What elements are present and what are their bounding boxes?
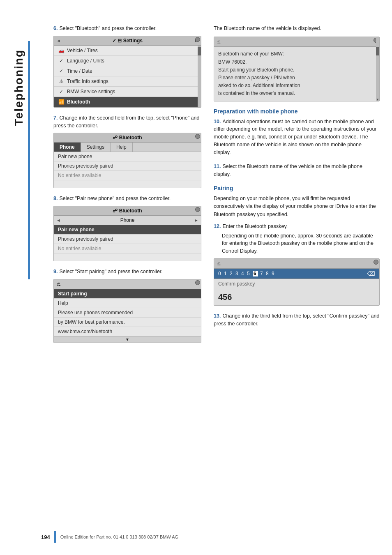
right-column: The Bluetooth name of the vehicle is dis… bbox=[214, 25, 380, 350]
pairing-intro: Depending on your mobile phone, you will… bbox=[214, 195, 380, 219]
spacer-2 bbox=[54, 253, 201, 261]
bmw-display-header: ⎌ bbox=[214, 37, 379, 47]
bmw-line-3: Start pairing your Bluetooth phone. bbox=[218, 66, 375, 74]
menu-item-traffic: ⚠ Traffic Info settings bbox=[54, 76, 201, 87]
step-6-num: 6. bbox=[53, 25, 58, 31]
corner-dot-4 bbox=[195, 280, 200, 285]
step-10-text: Additional operations must be carried ou… bbox=[214, 119, 377, 155]
scrollbar bbox=[198, 46, 201, 107]
step-8-num: 8. bbox=[53, 196, 58, 201]
tab-bar: Phone Settings Help bbox=[54, 143, 201, 152]
bmw-line-1: Bluetooth name of your BMW: bbox=[218, 50, 375, 58]
scroll-down: ▼ bbox=[54, 336, 201, 343]
start-pairing-header: ⎌ bbox=[54, 279, 201, 289]
corner-dot-2 bbox=[195, 134, 200, 139]
passkey-back-icon: ⎌ bbox=[217, 260, 221, 267]
tab-phone[interactable]: Phone bbox=[54, 143, 81, 152]
menu-item-language: ✓ Language / Units bbox=[54, 56, 201, 66]
bmw-back-icon: ⎌ bbox=[217, 39, 221, 45]
step-11-text: Select the Bluetooth name of the vehicle… bbox=[214, 164, 362, 177]
passkey-confirm-label: Confirm passkey bbox=[218, 281, 255, 287]
step-11: 11.Select the Bluetooth name of the vehi… bbox=[214, 163, 380, 178]
sidebar-label: Telephoning bbox=[12, 49, 25, 126]
step-12-text: Enter the Bluetooth passkey. bbox=[222, 223, 288, 229]
settings-menu-header: ◄ ✓ ⊟ Settings ► bbox=[54, 36, 201, 46]
start-pairing-box: ⎌ Start pairing Help Please use phones r… bbox=[53, 279, 201, 343]
step-6-text: Select "Bluetooth" and press the control… bbox=[59, 25, 157, 31]
step-10: 10.Additional operations must be carried… bbox=[214, 118, 380, 157]
step-7-num: 7. bbox=[53, 115, 58, 121]
passkey-value: 456 bbox=[214, 289, 379, 305]
passkey-box: ⎌ 0 1 2 3 4 5 6 7 8 9 ⌫ Confirm passkey … bbox=[214, 258, 380, 306]
step-9-num: 9. bbox=[53, 269, 58, 274]
step-11-num: 11. bbox=[214, 164, 221, 169]
step-12-num: 12. bbox=[214, 223, 221, 229]
bluetooth-menu-header: ☍ Bluetooth bbox=[54, 133, 201, 143]
settings-menu-box: ◄ ✓ ⊟ Settings ► 🚗 Vehicle / Tires ✓ Lan… bbox=[53, 36, 201, 108]
page-number: 194 bbox=[41, 534, 50, 540]
menu-item-vehicle: 🚗 Vehicle / Tires bbox=[54, 46, 201, 56]
menu-item-bmw-service: ✓ BMW Service settings bbox=[54, 87, 201, 97]
step-8-text: Select "Pair new phone" and press the co… bbox=[59, 196, 171, 201]
menu-item-pair-new: Pair new phone bbox=[54, 152, 201, 161]
left-column: 6.Select "Bluetooth" and press the contr… bbox=[53, 25, 201, 350]
step-7-text: Change into the second field from the to… bbox=[53, 115, 199, 129]
bluetooth-phone-menu-body: Pair new phone Phones previously paired … bbox=[54, 152, 201, 188]
nav-left-arrow: ◄ bbox=[56, 38, 61, 43]
step-6: 6.Select "Bluetooth" and press the contr… bbox=[53, 25, 201, 108]
footer-bar bbox=[54, 531, 56, 543]
step-9-text: Select "Start pairing" and press the con… bbox=[59, 269, 162, 274]
bluetooth-sub-header: ◄ Phone ► bbox=[54, 216, 201, 225]
step-7: 7.Change into the second field from the … bbox=[53, 114, 201, 189]
step-13-num: 13. bbox=[214, 313, 221, 319]
tab-help[interactable]: Help bbox=[111, 143, 133, 152]
menu-item-prev-paired-2: Phones previously paired bbox=[54, 235, 201, 244]
bmw-display-box: ⎌ Bluetooth name of your BMW: BMW 76002.… bbox=[214, 37, 380, 101]
page-footer: 194 Online Edition for Part no. 01 41 0 … bbox=[0, 531, 392, 543]
bmw-display-content: Bluetooth name of your BMW: BMW 76002. S… bbox=[214, 47, 379, 101]
main-content: 6.Select "Bluetooth" and press the contr… bbox=[41, 16, 392, 358]
footer-text: Online Edition for Part no. 01 41 0 013 … bbox=[60, 534, 178, 539]
bmw-line-5: asked to do so. Additional information bbox=[218, 82, 375, 90]
passkey-confirm-row: Confirm passkey bbox=[214, 279, 379, 289]
menu-item-help: Help bbox=[54, 299, 201, 308]
backspace-icon: ⌫ bbox=[367, 270, 375, 277]
step-10-num: 10. bbox=[214, 119, 221, 124]
bluetooth-phone-menu-box: ☍ Bluetooth Phone Settings Help Pair new… bbox=[53, 133, 201, 188]
tab-settings[interactable]: Settings bbox=[81, 143, 111, 152]
menu-item-phones-rec2: by BMW for best performance. bbox=[54, 318, 201, 327]
menu-item-no-entries: No entries available bbox=[54, 171, 201, 180]
bmw-scrollbar: ▼ bbox=[376, 37, 379, 101]
step-13: 13.Change into the third field from the … bbox=[214, 312, 380, 328]
back-icon: ⎌ bbox=[57, 281, 60, 287]
language-icon: ✓ bbox=[58, 58, 65, 64]
bluetooth-submenu-header: ☍ Bluetooth bbox=[54, 206, 201, 216]
step-9: 9.Select "Start pairing" and press the c… bbox=[53, 268, 201, 343]
menu-item-time: ✓ Time / Date bbox=[54, 66, 201, 76]
preparation-heading: Preparation with mobile phone bbox=[214, 108, 380, 115]
passkey-numrow: 0 1 2 3 4 5 6 7 8 9 ⌫ bbox=[214, 269, 379, 279]
bmw-line-6: is contained in the owner's manual. bbox=[218, 90, 375, 97]
bmw-scroll-thumb bbox=[376, 47, 379, 55]
pairing-heading: Pairing bbox=[214, 185, 380, 191]
corner-dot-3 bbox=[195, 207, 200, 212]
bmw-line-4: Please enter a passkey / PIN when bbox=[218, 74, 375, 82]
step-12: 12.Enter the Bluetooth passkey. Dependin… bbox=[214, 223, 380, 306]
scroll-thumb bbox=[198, 47, 201, 55]
menu-item-prev-paired: Phones previously paired bbox=[54, 161, 201, 171]
step-8: 8.Select "Pair new phone" and press the … bbox=[53, 195, 201, 261]
menu-item-phones-rec: Please use phones recommended bbox=[54, 308, 201, 318]
corner-dot-6 bbox=[374, 260, 378, 265]
menu-item-no-entries-2: No entries available bbox=[54, 244, 201, 253]
vehicle-icon: 🚗 bbox=[58, 47, 65, 54]
bluetooth-submenu-box: ☍ Bluetooth ◄ Phone ► Pair new phone Pho bbox=[53, 206, 201, 261]
corner-dot bbox=[195, 37, 200, 42]
passkey-highlighted: 6 bbox=[253, 271, 258, 276]
page-container: Telephoning 6.Select "Bluetooth" and pre… bbox=[0, 0, 392, 555]
menu-item-start-pairing: Start pairing bbox=[54, 289, 201, 299]
blue-accent-bar bbox=[28, 41, 30, 279]
step-12-detail: Depending on the mobile phone, approx. 3… bbox=[222, 232, 380, 255]
menu-item-bluetooth: 📶 Bluetooth bbox=[54, 97, 201, 107]
bmw-line-2: BMW 76002. bbox=[218, 58, 375, 66]
traffic-icon: ⚠ bbox=[58, 78, 65, 85]
